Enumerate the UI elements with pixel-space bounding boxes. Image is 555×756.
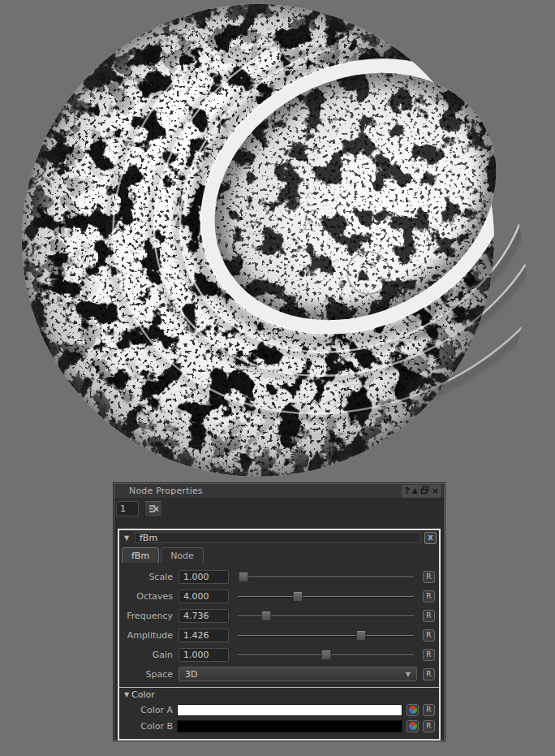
chevron-down-icon: ▼ xyxy=(406,671,411,678)
panel-titlebar[interactable]: Node Properties ? ▲ × xyxy=(114,484,444,498)
param-value-field[interactable]: 4.000 xyxy=(179,590,229,603)
slider-handle[interactable] xyxy=(238,572,248,582)
param-value-field[interactable]: 4.736 xyxy=(179,609,229,623)
restore-icon-glyph xyxy=(420,486,429,495)
slider-handle[interactable] xyxy=(321,650,331,660)
reset-button[interactable]: R xyxy=(423,610,435,622)
panel-toolbar: 1 xyxy=(114,498,444,519)
param-label: Color B xyxy=(121,721,173,732)
param-label: Scale xyxy=(121,572,173,582)
node-name: fBm xyxy=(140,533,157,543)
param-value: 4.736 xyxy=(183,611,209,621)
fbm-node-group: ▼ fBm x fBm Node Scale 1.000 R Octaves 4… xyxy=(118,529,441,741)
param-value-field[interactable]: 1.426 xyxy=(179,629,229,642)
color-picker-button[interactable] xyxy=(407,720,419,732)
reset-button[interactable]: R xyxy=(423,668,435,680)
node-properties-panel: Node Properties ? ▲ × 1 ▼ fBm xyxy=(114,483,445,741)
node-index-value: 1 xyxy=(120,503,126,514)
reset-button[interactable]: R xyxy=(423,590,435,603)
param-label: Gain xyxy=(121,650,173,660)
color-section-title: Color xyxy=(131,689,155,700)
delete-node-button[interactable]: x xyxy=(424,532,437,544)
color-picker-button[interactable] xyxy=(407,704,419,716)
panel-title: Node Properties xyxy=(129,486,402,496)
color-row-b: Color B R xyxy=(119,718,439,734)
param-value-field[interactable]: 1.000 xyxy=(179,570,229,584)
param-label: Color A xyxy=(121,705,173,715)
tab-node[interactable]: Node xyxy=(161,547,204,563)
slider-handle[interactable] xyxy=(292,591,303,602)
param-value: 1.000 xyxy=(183,650,209,660)
rgb-wheel-icon xyxy=(409,722,417,730)
slider-handle[interactable] xyxy=(260,611,271,621)
param-slider[interactable] xyxy=(238,611,414,621)
shader-ball-preview xyxy=(0,0,555,487)
param-row-gain: Gain 1.000 R xyxy=(119,645,439,664)
param-label: Frequency xyxy=(121,611,173,621)
param-row-scale: Scale 1.000 R xyxy=(119,567,439,586)
param-slider[interactable] xyxy=(238,650,414,660)
reset-button[interactable]: R xyxy=(423,571,435,583)
color-section-header: ▼ Color xyxy=(119,688,439,702)
reset-button[interactable]: R xyxy=(423,629,435,642)
color-section: ▼ Color Color A R Color B R xyxy=(119,687,439,739)
color-row-a: Color A R xyxy=(119,702,439,718)
node-tabs: fBm Node xyxy=(119,545,439,563)
param-row-octaves: Octaves 4.000 R xyxy=(119,586,439,606)
param-value: 4.000 xyxy=(183,591,209,602)
collapse-arrow-icon[interactable]: ▼ xyxy=(122,534,131,542)
filter-nodes-button[interactable] xyxy=(144,501,162,517)
param-value: 1.426 xyxy=(183,630,209,641)
param-label: Space xyxy=(121,669,173,680)
param-slider[interactable] xyxy=(238,630,414,641)
reset-button[interactable]: R xyxy=(423,704,435,716)
param-label: Amplitude xyxy=(121,630,173,641)
rgb-wheel-icon xyxy=(409,706,417,714)
titlebar-icon-group: ? ▲ × xyxy=(402,485,441,498)
space-dropdown[interactable]: 3D ▼ xyxy=(179,667,417,681)
close-icon[interactable]: × xyxy=(432,486,439,496)
param-row-frequency: Frequency 4.736 R xyxy=(119,606,439,625)
popup-icon[interactable]: ▲ xyxy=(412,486,418,496)
collapse-arrow-icon[interactable]: ▼ xyxy=(122,691,131,698)
slider-handle[interactable] xyxy=(355,630,366,641)
help-icon[interactable]: ? xyxy=(404,486,409,496)
node-header: ▼ fBm x xyxy=(119,530,439,545)
param-slider[interactable] xyxy=(238,591,414,602)
space-value: 3D xyxy=(185,669,197,680)
color-b-swatch[interactable] xyxy=(177,720,402,732)
param-slider[interactable] xyxy=(238,572,414,582)
reset-button[interactable]: R xyxy=(423,720,435,732)
color-a-swatch[interactable] xyxy=(177,704,402,716)
param-value: 1.000 xyxy=(183,572,209,582)
restore-icon[interactable] xyxy=(420,486,429,497)
reset-button[interactable]: R xyxy=(423,649,435,661)
param-row-amplitude: Amplitude 1.426 R xyxy=(119,625,439,645)
param-label: Octaves xyxy=(121,591,173,602)
param-value-field[interactable]: 1.000 xyxy=(179,648,229,662)
tab-fbm[interactable]: fBm xyxy=(122,547,159,563)
node-index-field[interactable]: 1 xyxy=(116,501,139,516)
param-row-space: Space 3D ▼ R xyxy=(119,664,439,684)
node-name-field[interactable]: fBm xyxy=(135,532,421,543)
param-list: Scale 1.000 R Octaves 4.000 R Frequency … xyxy=(119,563,439,739)
list-x-icon xyxy=(148,504,159,513)
